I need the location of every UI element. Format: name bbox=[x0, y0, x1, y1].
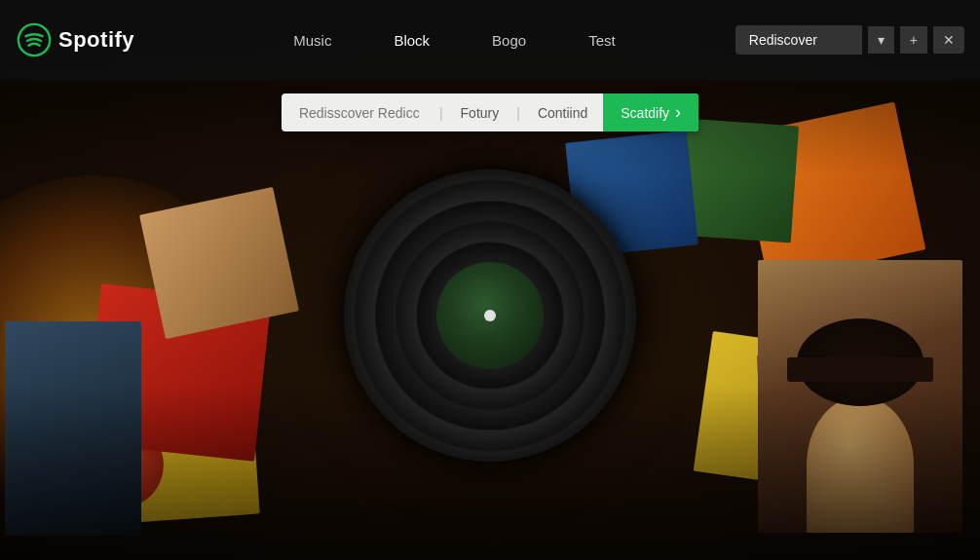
spotify-logo-icon bbox=[16, 21, 53, 58]
logo-area[interactable]: Spotify bbox=[16, 21, 134, 58]
chevron-down-icon: ▾ bbox=[878, 32, 885, 48]
close-icon: ✕ bbox=[943, 32, 955, 48]
nav-item-block[interactable]: Block bbox=[366, 24, 457, 56]
search-divider-2: | bbox=[514, 105, 522, 121]
nav-item-bogo[interactable]: Bogo bbox=[465, 24, 553, 56]
logo-text: Spotify bbox=[58, 27, 134, 53]
nav-item-test[interactable]: Test bbox=[561, 24, 643, 56]
search-divider: | bbox=[437, 105, 445, 121]
search-tab-contiind[interactable]: Contiind bbox=[522, 96, 603, 130]
dropdown-button[interactable]: ▾ bbox=[868, 26, 894, 54]
search-scatdify-button[interactable]: Scatdify › bbox=[603, 93, 698, 131]
close-button[interactable]: ✕ bbox=[933, 26, 964, 54]
search-input[interactable] bbox=[282, 96, 437, 130]
search-btn-arrow: › bbox=[675, 102, 681, 123]
search-bar-area: | Fotury | Contiind Scatdify › bbox=[0, 80, 980, 145]
rediscover-input[interactable] bbox=[735, 25, 862, 55]
topbar: Spotify Music Block Bogo Test ▾ + ✕ bbox=[0, 0, 980, 80]
search-btn-label: Scatdify bbox=[621, 105, 669, 121]
vinyl-record bbox=[344, 169, 636, 462]
search-container: | Fotury | Contiind Scatdify › bbox=[282, 93, 698, 131]
vinyl-center bbox=[484, 310, 496, 321]
nav-item-music[interactable]: Music bbox=[266, 24, 358, 56]
plus-icon: + bbox=[910, 32, 918, 48]
topbar-right: ▾ + ✕ bbox=[735, 25, 964, 55]
add-button[interactable]: + bbox=[900, 26, 927, 54]
nav-links: Music Block Bogo Test bbox=[173, 24, 735, 56]
vinyl-label bbox=[436, 262, 544, 369]
search-tab-fotury[interactable]: Fotury bbox=[445, 96, 515, 130]
